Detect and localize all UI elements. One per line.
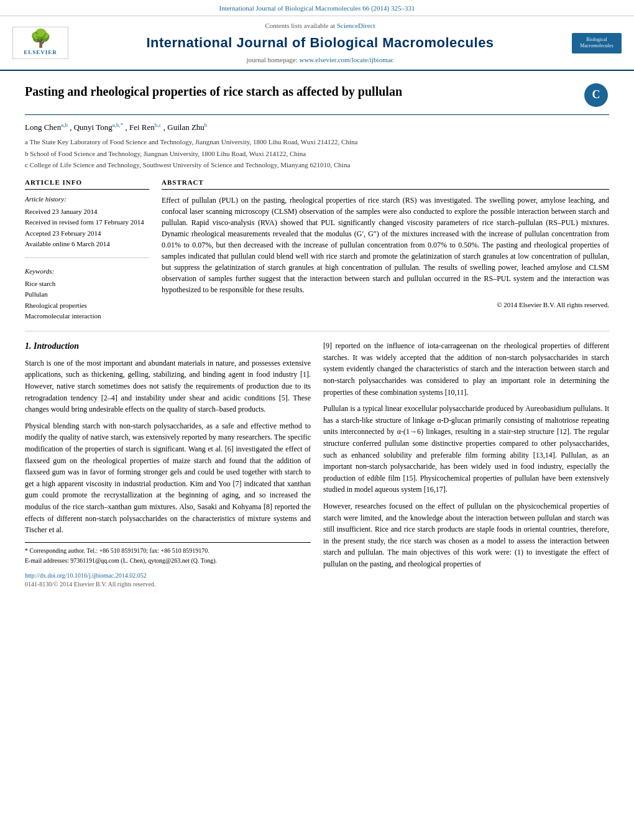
affil-c: c College of Life Science and Technology…: [25, 160, 609, 170]
journal-homepage: journal homepage: www.elsevier.com/locat…: [68, 55, 572, 65]
journal-main-title: International Journal of Biological Macr…: [68, 34, 572, 53]
doi-link[interactable]: http://dx.doi.org/10.1016/j.ijbiomac.201…: [25, 572, 147, 579]
footnote-email: E-mail addresses: 97361191@qq.com (L. Ch…: [25, 556, 311, 565]
top-bar: International Journal of Biological Macr…: [0, 0, 634, 16]
keywords-title: Keywords:: [25, 267, 149, 276]
journal-header: 🌳 ELSEVIER Contents lists available at S…: [0, 16, 634, 71]
divider-1: [25, 257, 149, 258]
article-history-title: Article history:: [25, 195, 149, 204]
affiliations: a The State Key Laboratory of Food Scien…: [25, 137, 609, 170]
journal-logo-right: BiologicalMacromolecules: [572, 33, 622, 53]
intro-col2-p1: [9] reported on the influence of iota-ca…: [323, 340, 609, 398]
author-1-sup: a,b: [61, 122, 68, 128]
body-col-left: 1. Introduction Starch is one of the mos…: [25, 340, 311, 589]
contents-line: Contents lists available at ScienceDirec…: [68, 21, 572, 30]
sciencedirect-link[interactable]: ScienceDirect: [337, 22, 375, 29]
intro-p1: Starch is one of the most important and …: [25, 358, 311, 415]
intro-heading: 1. Introduction: [25, 340, 311, 353]
author-3: , Fei Ren: [125, 122, 154, 132]
elsevier-tree-icon: 🌳: [16, 30, 65, 47]
affil-a: a The State Key Laboratory of Food Scien…: [25, 137, 609, 147]
copyright-line: © 2014 Elsevier B.V. All rights reserved…: [162, 300, 609, 310]
article-info-heading: ARTICLE INFO: [25, 178, 149, 190]
author-2-sup: a,b,*: [113, 122, 124, 128]
footnote-email-text: E-mail addresses: 97361191@qq.com (L. Ch…: [25, 557, 217, 564]
elsevier-logo: 🌳 ELSEVIER: [12, 27, 68, 60]
article-title-section: Pasting and rheological properties of ri…: [25, 83, 609, 115]
crossmark-label: C: [592, 87, 600, 103]
issn-text: 0141-8130/© 2014 Elsevier B.V. All right…: [25, 581, 155, 588]
accepted-date: Accepted 23 February 2014: [25, 229, 149, 238]
crossmark-icon: C: [584, 83, 608, 107]
abstract-heading: ABSTRACT: [162, 178, 609, 190]
intro-p2: Physical blending starch with non-starch…: [25, 420, 311, 536]
bottom-doi: http://dx.doi.org/10.1016/j.ijbiomac.201…: [25, 571, 311, 589]
body-col-right: [9] reported on the influence of iota-ca…: [323, 340, 609, 589]
author-2: , Qunyi Tong: [70, 122, 113, 132]
available-date: Available online 6 March 2014: [25, 239, 149, 249]
authors-line: Long Chena,b , Qunyi Tonga,b,* , Fei Ren…: [25, 121, 609, 134]
author-3-sup: b,c: [155, 122, 162, 128]
homepage-text: journal homepage:: [247, 56, 298, 63]
author-4: , Guilan Zhu: [163, 122, 204, 132]
abstract-text: Effect of pullulan (PUL) on the pasting,…: [162, 195, 609, 295]
journal-title-section: Contents lists available at ScienceDirec…: [68, 21, 572, 65]
intro-col2-p3: However, researches focused on the effec…: [323, 501, 609, 570]
homepage-link[interactable]: www.elsevier.com/locate/ijbiomac: [299, 56, 393, 63]
keyword-1: Rice starch: [25, 279, 149, 288]
footnote-corresponding: * Corresponding author. Tel.: +86 510 85…: [25, 547, 311, 555]
main-content: Pasting and rheological properties of ri…: [0, 71, 634, 601]
biomac-logo: BiologicalMacromolecules: [572, 33, 622, 53]
keyword-3: Rheological properties: [25, 301, 149, 310]
article-info-col: ARTICLE INFO Article history: Received 2…: [25, 178, 149, 322]
contents-text: Contents lists available at: [265, 22, 335, 29]
keyword-2: Pullulan: [25, 290, 149, 299]
article-meta-section: ARTICLE INFO Article history: Received 2…: [25, 178, 609, 322]
received-revised-date: Received in revised form 17 February 201…: [25, 218, 149, 227]
divider-2: [25, 331, 609, 331]
author-1: Long Chen: [25, 122, 61, 132]
elsevier-label: ELSEVIER: [16, 48, 65, 57]
affil-b: b School of Food Science and Technology,…: [25, 149, 609, 159]
article-title: Pasting and rheological properties of ri…: [25, 83, 578, 99]
journal-reference: International Journal of Biological Macr…: [219, 4, 415, 12]
body-section: 1. Introduction Starch is one of the mos…: [25, 340, 609, 589]
received-date: Received 23 January 2014: [25, 207, 149, 216]
keywords-list: Rice starch Pullulan Rheological propert…: [25, 279, 149, 321]
article-history-block: Article history: Received 23 January 201…: [25, 195, 149, 249]
author-4-sup: b: [204, 122, 208, 128]
crossmark-logo: C: [584, 83, 609, 108]
footnote-section: * Corresponding author. Tel.: +86 510 85…: [25, 542, 311, 565]
keywords-block: Keywords: Rice starch Pullulan Rheologic…: [25, 267, 149, 321]
intro-col2-p2: Pullulan is a typical linear exocellular…: [323, 403, 609, 496]
keyword-4: Macromolecular interaction: [25, 312, 149, 321]
abstract-col: ABSTRACT Effect of pullulan (PUL) on the…: [162, 178, 609, 322]
